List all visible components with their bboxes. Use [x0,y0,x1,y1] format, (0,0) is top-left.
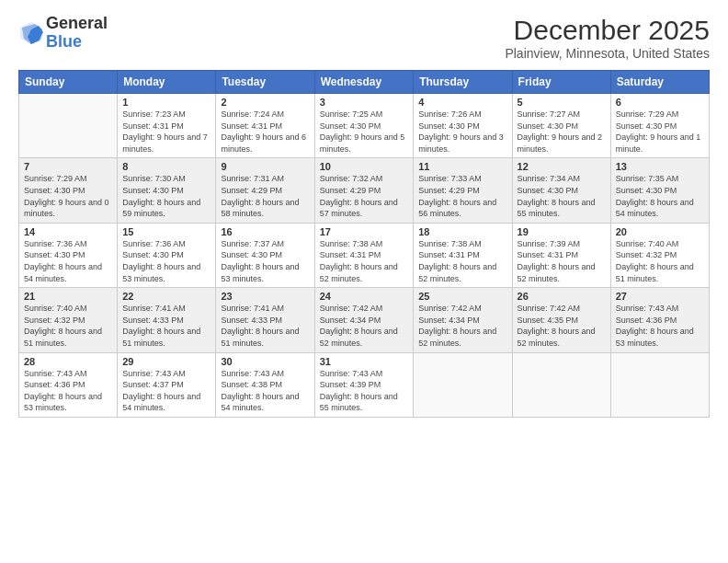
day-info: Sunrise: 7:23 AMSunset: 4:31 PMDaylight:… [122,109,210,155]
calendar-day-cell [19,94,118,158]
calendar-day-cell: 29Sunrise: 7:43 AMSunset: 4:37 PMDayligh… [118,352,216,417]
day-info: Sunrise: 7:35 AMSunset: 4:30 PMDaylight:… [616,173,704,219]
calendar-day-cell: 3Sunrise: 7:25 AMSunset: 4:30 PMDaylight… [314,94,414,158]
calendar-day-cell: 12Sunrise: 7:34 AMSunset: 4:30 PMDayligh… [512,158,610,223]
calendar-day-cell: 30Sunrise: 7:43 AMSunset: 4:38 PMDayligh… [216,352,314,417]
day-number: 23 [221,291,309,302]
calendar-day-cell: 15Sunrise: 7:36 AMSunset: 4:30 PMDayligh… [118,223,216,287]
logo-text: General Blue [46,15,108,52]
calendar-weekday-header: Monday [118,71,216,94]
day-number: 19 [518,226,606,237]
calendar-day-cell: 20Sunrise: 7:40 AMSunset: 4:32 PMDayligh… [610,223,709,287]
day-info: Sunrise: 7:32 AMSunset: 4:29 PMDaylight:… [320,173,409,219]
day-info: Sunrise: 7:25 AMSunset: 4:30 PMDaylight:… [320,109,409,155]
calendar-week-row: 28Sunrise: 7:43 AMSunset: 4:36 PMDayligh… [19,352,710,417]
calendar-day-cell [512,352,610,417]
logo: General Blue [18,15,108,52]
calendar-day-cell: 21Sunrise: 7:40 AMSunset: 4:32 PMDayligh… [19,288,118,352]
month-title: December 2025 [505,15,710,46]
calendar-weekday-header: Sunday [19,71,118,94]
calendar-day-cell: 17Sunrise: 7:38 AMSunset: 4:31 PMDayligh… [314,223,414,287]
day-number: 9 [221,161,309,172]
day-number: 21 [24,291,112,302]
calendar-weekday-header: Thursday [414,71,512,94]
calendar-day-cell: 5Sunrise: 7:27 AMSunset: 4:30 PMDaylight… [512,94,610,158]
day-number: 25 [418,291,506,302]
calendar-header-row: SundayMondayTuesdayWednesdayThursdayFrid… [19,71,710,94]
calendar-day-cell: 8Sunrise: 7:30 AMSunset: 4:30 PMDaylight… [118,158,216,223]
calendar-day-cell [610,352,709,417]
location: Plainview, Minnesota, United States [505,46,710,61]
day-info: Sunrise: 7:37 AMSunset: 4:30 PMDaylight:… [221,238,309,284]
day-info: Sunrise: 7:42 AMSunset: 4:35 PMDaylight:… [518,303,606,349]
day-number: 12 [518,161,606,172]
day-info: Sunrise: 7:34 AMSunset: 4:30 PMDaylight:… [518,173,606,219]
day-info: Sunrise: 7:39 AMSunset: 4:31 PMDaylight:… [518,238,606,284]
day-info: Sunrise: 7:43 AMSunset: 4:36 PMDaylight:… [24,368,112,414]
day-info: Sunrise: 7:43 AMSunset: 4:37 PMDaylight:… [122,368,210,414]
calendar-table: SundayMondayTuesdayWednesdayThursdayFrid… [18,70,710,418]
calendar-week-row: 14Sunrise: 7:36 AMSunset: 4:30 PMDayligh… [19,223,710,287]
day-info: Sunrise: 7:41 AMSunset: 4:33 PMDaylight:… [122,303,210,349]
day-number: 3 [320,97,409,108]
day-info: Sunrise: 7:33 AMSunset: 4:29 PMDaylight:… [418,173,506,219]
calendar-day-cell: 10Sunrise: 7:32 AMSunset: 4:29 PMDayligh… [314,158,414,223]
day-info: Sunrise: 7:31 AMSunset: 4:29 PMDaylight:… [221,173,309,219]
day-number: 18 [418,226,506,237]
day-info: Sunrise: 7:36 AMSunset: 4:30 PMDaylight:… [122,238,210,284]
calendar-weekday-header: Tuesday [216,71,314,94]
day-number: 5 [518,97,606,108]
calendar-day-cell: 4Sunrise: 7:26 AMSunset: 4:30 PMDaylight… [414,94,512,158]
day-number: 20 [616,226,704,237]
calendar-day-cell: 22Sunrise: 7:41 AMSunset: 4:33 PMDayligh… [118,288,216,352]
calendar-day-cell: 23Sunrise: 7:41 AMSunset: 4:33 PMDayligh… [216,288,314,352]
day-number: 30 [221,356,309,367]
calendar-week-row: 1Sunrise: 7:23 AMSunset: 4:31 PMDaylight… [19,94,710,158]
day-number: 10 [320,161,409,172]
day-number: 13 [616,161,704,172]
day-info: Sunrise: 7:36 AMSunset: 4:30 PMDaylight:… [24,238,112,284]
day-info: Sunrise: 7:27 AMSunset: 4:30 PMDaylight:… [518,109,606,155]
day-number: 4 [418,97,506,108]
calendar-day-cell: 1Sunrise: 7:23 AMSunset: 4:31 PMDaylight… [118,94,216,158]
day-info: Sunrise: 7:43 AMSunset: 4:36 PMDaylight:… [616,303,704,349]
day-number: 28 [24,356,112,367]
day-info: Sunrise: 7:43 AMSunset: 4:38 PMDaylight:… [221,368,309,414]
day-number: 1 [122,97,210,108]
day-info: Sunrise: 7:38 AMSunset: 4:31 PMDaylight:… [320,238,409,284]
calendar-day-cell: 13Sunrise: 7:35 AMSunset: 4:30 PMDayligh… [610,158,709,223]
calendar-day-cell: 11Sunrise: 7:33 AMSunset: 4:29 PMDayligh… [414,158,512,223]
day-number: 14 [24,226,112,237]
calendar-day-cell: 27Sunrise: 7:43 AMSunset: 4:36 PMDayligh… [610,288,709,352]
day-number: 7 [24,161,112,172]
calendar-day-cell: 28Sunrise: 7:43 AMSunset: 4:36 PMDayligh… [19,352,118,417]
day-number: 26 [518,291,606,302]
calendar-day-cell [414,352,512,417]
calendar-day-cell: 14Sunrise: 7:36 AMSunset: 4:30 PMDayligh… [19,223,118,287]
day-info: Sunrise: 7:29 AMSunset: 4:30 PMDaylight:… [24,173,112,219]
calendar-page: General Blue December 2025 Plainview, Mi… [0,0,728,563]
calendar-weekday-header: Wednesday [314,71,414,94]
day-info: Sunrise: 7:29 AMSunset: 4:30 PMDaylight:… [616,109,704,155]
header: General Blue December 2025 Plainview, Mi… [18,15,710,61]
day-number: 29 [122,356,210,367]
calendar-day-cell: 6Sunrise: 7:29 AMSunset: 4:30 PMDaylight… [610,94,709,158]
day-info: Sunrise: 7:24 AMSunset: 4:31 PMDaylight:… [221,109,309,155]
day-number: 22 [122,291,210,302]
title-section: December 2025 Plainview, Minnesota, Unit… [505,15,710,61]
day-number: 6 [616,97,704,108]
day-number: 24 [320,291,409,302]
calendar-day-cell: 9Sunrise: 7:31 AMSunset: 4:29 PMDaylight… [216,158,314,223]
calendar-day-cell: 26Sunrise: 7:42 AMSunset: 4:35 PMDayligh… [512,288,610,352]
calendar-day-cell: 24Sunrise: 7:42 AMSunset: 4:34 PMDayligh… [314,288,414,352]
calendar-day-cell: 31Sunrise: 7:43 AMSunset: 4:39 PMDayligh… [314,352,414,417]
day-info: Sunrise: 7:41 AMSunset: 4:33 PMDaylight:… [221,303,309,349]
day-info: Sunrise: 7:30 AMSunset: 4:30 PMDaylight:… [122,173,210,219]
calendar-day-cell: 2Sunrise: 7:24 AMSunset: 4:31 PMDaylight… [216,94,314,158]
calendar-week-row: 21Sunrise: 7:40 AMSunset: 4:32 PMDayligh… [19,288,710,352]
day-number: 11 [418,161,506,172]
logo-general-text: General [46,15,108,33]
day-info: Sunrise: 7:40 AMSunset: 4:32 PMDaylight:… [616,238,704,284]
day-info: Sunrise: 7:43 AMSunset: 4:39 PMDaylight:… [320,368,409,414]
calendar-week-row: 7Sunrise: 7:29 AMSunset: 4:30 PMDaylight… [19,158,710,223]
